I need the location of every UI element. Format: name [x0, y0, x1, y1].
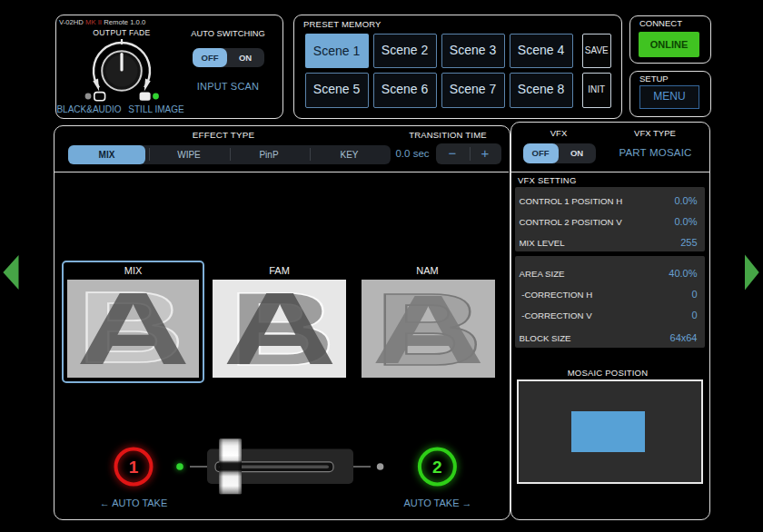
svg-text:A: A [372, 280, 485, 378]
svg-text:A: A [223, 280, 337, 378]
svg-text:1: 1 [129, 458, 139, 477]
svg-text:2: 2 [432, 458, 442, 477]
svg-text:A: A [76, 280, 191, 378]
